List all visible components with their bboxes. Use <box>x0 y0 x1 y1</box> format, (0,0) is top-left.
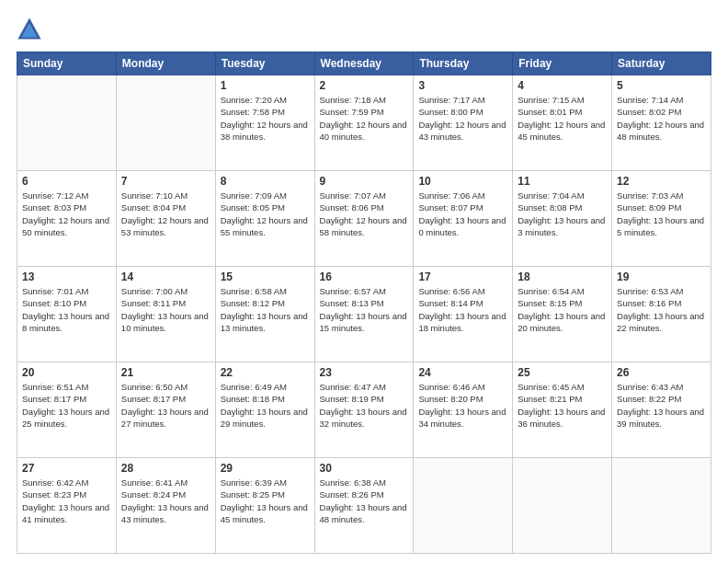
calendar-cell: 28Sunrise: 6:41 AM Sunset: 8:24 PM Dayli… <box>116 458 215 554</box>
calendar-cell: 5Sunrise: 7:14 AM Sunset: 8:02 PM Daylig… <box>612 75 711 171</box>
day-number: 13 <box>22 270 111 283</box>
weekday-header-wednesday: Wednesday <box>314 52 414 75</box>
day-number: 23 <box>320 366 409 379</box>
calendar-cell: 29Sunrise: 6:39 AM Sunset: 8:25 PM Dayli… <box>215 458 314 554</box>
day-info: Sunrise: 6:53 AM Sunset: 8:16 PM Dayligh… <box>617 285 706 334</box>
calendar-week-1: 1Sunrise: 7:20 AM Sunset: 7:58 PM Daylig… <box>17 75 711 171</box>
calendar-cell: 7Sunrise: 7:10 AM Sunset: 8:04 PM Daylig… <box>116 171 215 267</box>
calendar-week-4: 20Sunrise: 6:51 AM Sunset: 8:17 PM Dayli… <box>17 362 711 458</box>
calendar-cell <box>414 458 513 554</box>
day-number: 7 <box>121 175 210 188</box>
calendar-cell: 26Sunrise: 6:43 AM Sunset: 8:22 PM Dayli… <box>612 362 711 458</box>
day-info: Sunrise: 6:58 AM Sunset: 8:12 PM Dayligh… <box>221 285 310 334</box>
weekday-header-tuesday: Tuesday <box>215 52 314 75</box>
logo <box>17 17 44 42</box>
calendar-cell: 16Sunrise: 6:57 AM Sunset: 8:13 PM Dayli… <box>314 267 414 362</box>
logo-icon <box>17 17 42 42</box>
day-number: 11 <box>518 175 607 188</box>
day-number: 18 <box>518 270 607 283</box>
day-info: Sunrise: 6:39 AM Sunset: 8:25 PM Dayligh… <box>221 477 310 525</box>
calendar-cell <box>612 458 711 554</box>
calendar-cell: 30Sunrise: 6:38 AM Sunset: 8:26 PM Dayli… <box>314 458 414 554</box>
calendar-week-3: 13Sunrise: 7:01 AM Sunset: 8:10 PM Dayli… <box>17 267 711 362</box>
day-info: Sunrise: 7:04 AM Sunset: 8:08 PM Dayligh… <box>518 190 607 238</box>
day-info: Sunrise: 6:45 AM Sunset: 8:21 PM Dayligh… <box>518 381 607 430</box>
calendar-cell: 19Sunrise: 6:53 AM Sunset: 8:16 PM Dayli… <box>612 267 711 362</box>
day-number: 22 <box>221 366 310 379</box>
day-number: 8 <box>221 175 310 188</box>
calendar-cell: 27Sunrise: 6:42 AM Sunset: 8:23 PM Dayli… <box>17 458 117 554</box>
calendar-cell: 9Sunrise: 7:07 AM Sunset: 8:06 PM Daylig… <box>314 171 414 267</box>
day-info: Sunrise: 7:10 AM Sunset: 8:04 PM Dayligh… <box>121 190 210 238</box>
calendar-cell: 21Sunrise: 6:50 AM Sunset: 8:17 PM Dayli… <box>116 362 215 458</box>
calendar-cell <box>17 75 117 171</box>
day-info: Sunrise: 6:42 AM Sunset: 8:23 PM Dayligh… <box>22 477 111 525</box>
day-number: 1 <box>221 79 310 92</box>
calendar-cell: 10Sunrise: 7:06 AM Sunset: 8:07 PM Dayli… <box>414 171 513 267</box>
calendar-cell: 2Sunrise: 7:18 AM Sunset: 7:59 PM Daylig… <box>314 75 414 171</box>
day-number: 5 <box>617 79 706 92</box>
calendar-header-row: SundayMondayTuesdayWednesdayThursdayFrid… <box>17 52 711 75</box>
day-info: Sunrise: 7:07 AM Sunset: 8:06 PM Dayligh… <box>320 190 409 238</box>
calendar-cell: 3Sunrise: 7:17 AM Sunset: 8:00 PM Daylig… <box>414 75 513 171</box>
day-info: Sunrise: 7:12 AM Sunset: 8:03 PM Dayligh… <box>22 190 111 238</box>
day-number: 6 <box>22 175 111 188</box>
calendar-week-2: 6Sunrise: 7:12 AM Sunset: 8:03 PM Daylig… <box>17 171 711 267</box>
day-info: Sunrise: 7:18 AM Sunset: 7:59 PM Dayligh… <box>320 94 409 143</box>
calendar-cell: 6Sunrise: 7:12 AM Sunset: 8:03 PM Daylig… <box>17 171 117 267</box>
day-info: Sunrise: 6:51 AM Sunset: 8:17 PM Dayligh… <box>22 381 111 430</box>
day-info: Sunrise: 6:54 AM Sunset: 8:15 PM Dayligh… <box>518 285 607 334</box>
day-number: 9 <box>320 175 409 188</box>
calendar-cell: 1Sunrise: 7:20 AM Sunset: 7:58 PM Daylig… <box>215 75 314 171</box>
day-number: 26 <box>617 366 706 379</box>
day-number: 17 <box>418 270 507 283</box>
day-info: Sunrise: 7:01 AM Sunset: 8:10 PM Dayligh… <box>22 285 111 334</box>
day-number: 19 <box>617 270 706 283</box>
day-info: Sunrise: 6:43 AM Sunset: 8:22 PM Dayligh… <box>617 381 706 430</box>
calendar-cell: 14Sunrise: 7:00 AM Sunset: 8:11 PM Dayli… <box>116 267 215 362</box>
day-number: 10 <box>418 175 507 188</box>
weekday-header-sunday: Sunday <box>17 52 117 75</box>
weekday-header-saturday: Saturday <box>612 52 711 75</box>
day-number: 29 <box>221 462 310 475</box>
calendar-cell <box>513 458 612 554</box>
day-info: Sunrise: 6:49 AM Sunset: 8:18 PM Dayligh… <box>221 381 310 430</box>
day-number: 14 <box>121 270 210 283</box>
day-info: Sunrise: 7:09 AM Sunset: 8:05 PM Dayligh… <box>221 190 310 238</box>
day-info: Sunrise: 7:15 AM Sunset: 8:01 PM Dayligh… <box>518 94 607 143</box>
day-number: 21 <box>121 366 210 379</box>
day-number: 27 <box>22 462 111 475</box>
calendar-cell: 13Sunrise: 7:01 AM Sunset: 8:10 PM Dayli… <box>17 267 117 362</box>
day-number: 16 <box>320 270 409 283</box>
calendar-cell: 25Sunrise: 6:45 AM Sunset: 8:21 PM Dayli… <box>513 362 612 458</box>
calendar-cell: 23Sunrise: 6:47 AM Sunset: 8:19 PM Dayli… <box>314 362 414 458</box>
day-info: Sunrise: 6:50 AM Sunset: 8:17 PM Dayligh… <box>121 381 210 430</box>
day-info: Sunrise: 7:00 AM Sunset: 8:11 PM Dayligh… <box>121 285 210 334</box>
day-info: Sunrise: 6:57 AM Sunset: 8:13 PM Dayligh… <box>320 285 409 334</box>
day-info: Sunrise: 6:41 AM Sunset: 8:24 PM Dayligh… <box>121 477 210 525</box>
calendar-cell: 4Sunrise: 7:15 AM Sunset: 8:01 PM Daylig… <box>513 75 612 171</box>
calendar-cell: 15Sunrise: 6:58 AM Sunset: 8:12 PM Dayli… <box>215 267 314 362</box>
day-info: Sunrise: 7:03 AM Sunset: 8:09 PM Dayligh… <box>617 190 706 238</box>
calendar-week-5: 27Sunrise: 6:42 AM Sunset: 8:23 PM Dayli… <box>17 458 711 554</box>
day-info: Sunrise: 7:17 AM Sunset: 8:00 PM Dayligh… <box>418 94 507 143</box>
calendar-cell: 17Sunrise: 6:56 AM Sunset: 8:14 PM Dayli… <box>414 267 513 362</box>
day-number: 12 <box>617 175 706 188</box>
day-number: 28 <box>121 462 210 475</box>
day-number: 3 <box>418 79 507 92</box>
calendar-cell: 24Sunrise: 6:46 AM Sunset: 8:20 PM Dayli… <box>414 362 513 458</box>
day-number: 4 <box>518 79 607 92</box>
calendar-cell: 12Sunrise: 7:03 AM Sunset: 8:09 PM Dayli… <box>612 171 711 267</box>
day-info: Sunrise: 6:46 AM Sunset: 8:20 PM Dayligh… <box>418 381 507 430</box>
day-number: 30 <box>320 462 409 475</box>
day-number: 20 <box>22 366 111 379</box>
calendar-table: SundayMondayTuesdayWednesdayThursdayFrid… <box>17 52 711 554</box>
day-info: Sunrise: 6:56 AM Sunset: 8:14 PM Dayligh… <box>418 285 507 334</box>
day-info: Sunrise: 7:20 AM Sunset: 7:58 PM Dayligh… <box>221 94 310 143</box>
header <box>17 17 711 42</box>
day-number: 2 <box>320 79 409 92</box>
weekday-header-thursday: Thursday <box>414 52 513 75</box>
weekday-header-monday: Monday <box>116 52 215 75</box>
calendar-cell: 11Sunrise: 7:04 AM Sunset: 8:08 PM Dayli… <box>513 171 612 267</box>
page: SundayMondayTuesdayWednesdayThursdayFrid… <box>0 0 728 563</box>
